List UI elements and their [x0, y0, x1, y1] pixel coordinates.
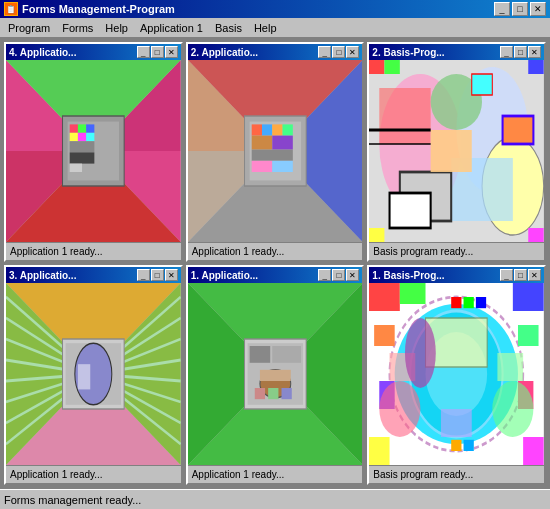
sub-status-4: Application 1 ready... [6, 242, 181, 260]
svg-rect-16 [70, 164, 82, 172]
svg-rect-101 [374, 325, 395, 346]
sub-content-2 [188, 60, 363, 242]
svg-rect-46 [529, 60, 544, 74]
svg-rect-34 [272, 161, 293, 172]
svg-rect-44 [369, 60, 384, 74]
sub-close-1[interactable]: ✕ [346, 269, 359, 281]
svg-point-110 [493, 381, 534, 437]
sub-minimize-1[interactable]: _ [318, 269, 331, 281]
abstract-svg-1 [369, 60, 544, 242]
sub-title-text-1: 1. Applicatio... [191, 270, 258, 281]
sub-maximize-2[interactable]: □ [332, 46, 345, 58]
svg-rect-99 [369, 437, 390, 465]
title-bar: 📋 Forms Management-Program _ □ ✕ [0, 0, 550, 18]
svg-rect-47 [369, 228, 384, 242]
svg-rect-85 [272, 346, 301, 363]
svg-rect-98 [513, 283, 544, 311]
svg-rect-8 [70, 124, 78, 132]
menu-forms[interactable]: Forms [56, 20, 99, 36]
svg-rect-13 [86, 133, 94, 141]
svg-rect-45 [385, 60, 400, 74]
sub-close-basis-2[interactable]: ✕ [528, 269, 541, 281]
sub-maximize-basis-1[interactable]: □ [514, 46, 527, 58]
menu-help-1[interactable]: Help [99, 20, 134, 36]
sub-status-basis-1: Basis program ready... [369, 242, 544, 260]
app-title: Forms Management-Program [22, 3, 175, 15]
sub-minimize-3[interactable]: _ [137, 269, 150, 281]
svg-point-109 [380, 381, 421, 437]
sub-title-buttons-3: _ □ ✕ [137, 269, 178, 281]
svg-rect-29 [282, 124, 292, 135]
menu-program[interactable]: Program [2, 20, 56, 36]
sub-maximize-basis-2[interactable]: □ [514, 269, 527, 281]
sub-close-3[interactable]: ✕ [165, 269, 178, 281]
sub-title-buttons-4: _ □ ✕ [137, 46, 178, 58]
sub-title-bar-3: 3. Applicatio... _ □ ✕ [6, 267, 181, 283]
menu-application[interactable]: Application 1 [134, 20, 209, 36]
sub-title-text-3: 3. Applicatio... [9, 270, 76, 281]
sub-title-buttons-basis-2: _ □ ✕ [500, 269, 541, 281]
svg-rect-84 [249, 346, 270, 363]
svg-rect-96 [369, 283, 400, 311]
sub-minimize-2[interactable]: _ [318, 46, 331, 58]
sub-title-buttons-2: _ □ ✕ [318, 46, 359, 58]
sub-status-1: Application 1 ready... [188, 465, 363, 483]
sub-minimize-basis-1[interactable]: _ [500, 46, 513, 58]
svg-rect-77 [78, 364, 90, 389]
sub-close-2[interactable]: ✕ [346, 46, 359, 58]
svg-rect-32 [251, 150, 292, 161]
svg-rect-10 [86, 124, 94, 132]
svg-rect-27 [262, 124, 272, 135]
sub-close-4[interactable]: ✕ [165, 46, 178, 58]
abstract-svg-2 [369, 283, 544, 465]
sub-title-text-basis-1: 2. Basis-Prog... [372, 47, 444, 58]
sub-window-4: 4. Applicatio... _ □ ✕ [4, 42, 183, 262]
main-area: 4. Applicatio... _ □ ✕ [0, 38, 550, 489]
sub-title-buttons-1: _ □ ✕ [318, 269, 359, 281]
svg-rect-30 [251, 136, 272, 150]
svg-rect-107 [498, 353, 524, 381]
sub-minimize-4[interactable]: _ [137, 46, 150, 58]
close-button[interactable]: ✕ [530, 2, 546, 16]
sub-content-basis-2 [369, 283, 544, 465]
sub-window-3: 3. Applicatio... _ □ ✕ [4, 265, 183, 485]
sub-minimize-basis-2[interactable]: _ [500, 269, 513, 281]
menu-basis[interactable]: Basis [209, 20, 248, 36]
sub-title-buttons-basis-1: _ □ ✕ [500, 46, 541, 58]
sub-status-2: Application 1 ready... [188, 242, 363, 260]
tunnel-svg-1 [188, 283, 363, 465]
sub-title-text-2: 2. Applicatio... [191, 47, 258, 58]
tunnel-svg-2 [188, 60, 363, 242]
tunnel-svg-4 [6, 60, 181, 242]
minimize-button[interactable]: _ [494, 2, 510, 16]
menu-help-2[interactable]: Help [248, 20, 283, 36]
svg-rect-102 [518, 325, 539, 346]
sub-maximize-1[interactable]: □ [332, 269, 345, 281]
maximize-button[interactable]: □ [512, 2, 528, 16]
sub-status-3: Application 1 ready... [6, 465, 181, 483]
sub-maximize-4[interactable]: □ [151, 46, 164, 58]
svg-rect-12 [78, 133, 86, 141]
svg-rect-15 [70, 152, 95, 163]
sub-title-bar-basis-2: 1. Basis-Prog... _ □ ✕ [369, 267, 544, 283]
svg-point-111 [405, 318, 436, 388]
svg-rect-43 [431, 130, 472, 172]
sub-content-3 [6, 283, 181, 465]
svg-rect-28 [272, 124, 282, 135]
svg-rect-113 [464, 297, 474, 308]
title-buttons: _ □ ✕ [494, 2, 546, 16]
svg-rect-48 [529, 228, 544, 242]
sub-maximize-3[interactable]: □ [151, 269, 164, 281]
menu-bar: Program Forms Help Application 1 Basis H… [0, 18, 550, 38]
svg-rect-49 [472, 74, 493, 95]
svg-rect-14 [70, 141, 95, 152]
sub-title-text-4: 4. Applicatio... [9, 47, 76, 58]
svg-rect-90 [281, 388, 291, 399]
svg-rect-39 [380, 88, 431, 144]
sub-close-basis-1[interactable]: ✕ [528, 46, 541, 58]
svg-rect-33 [251, 161, 272, 172]
sub-title-text-basis-2: 1. Basis-Prog... [372, 270, 444, 281]
svg-rect-50 [503, 116, 534, 144]
svg-rect-89 [268, 388, 278, 399]
svg-rect-9 [78, 124, 86, 132]
